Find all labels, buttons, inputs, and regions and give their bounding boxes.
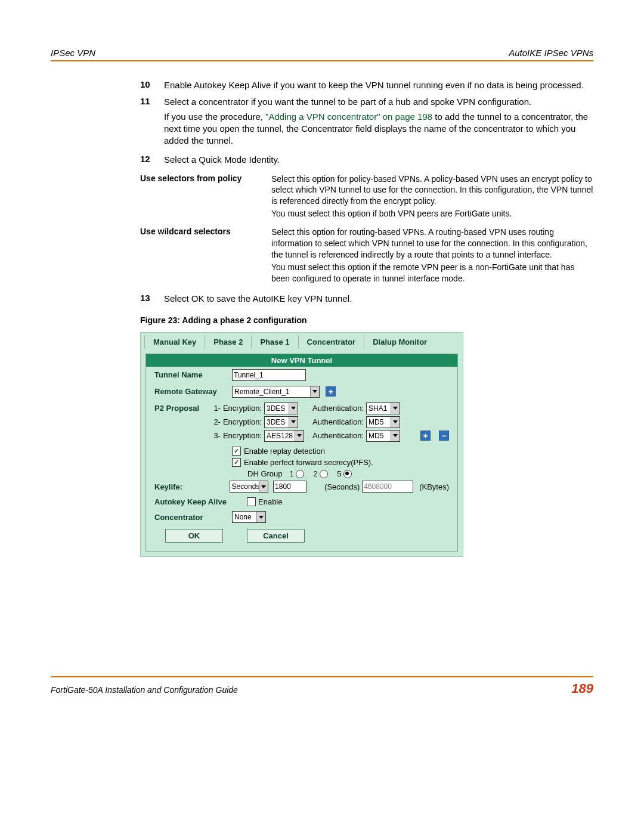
tab-dialup-monitor[interactable]: Dialup Monitor bbox=[364, 335, 435, 349]
chevron-down-icon bbox=[289, 417, 298, 428]
definition-desc: Select this option for routing-based VPN… bbox=[271, 227, 593, 261]
tab-manual-key[interactable]: Manual Key bbox=[144, 335, 205, 349]
step-number: 13 bbox=[140, 293, 164, 305]
auth-2-select[interactable]: MD5 bbox=[366, 416, 400, 428]
dh-5-radio[interactable] bbox=[343, 470, 352, 478]
definition-term: Use wildcard selectors bbox=[140, 227, 271, 236]
replay-detection-checkbox[interactable]: ✓ bbox=[232, 447, 241, 456]
step-number: 10 bbox=[140, 79, 164, 91]
definition-desc: Select this option for policy-based VPNs… bbox=[271, 174, 593, 208]
remove-icon[interactable]: − bbox=[439, 431, 449, 441]
label-remote-gateway: Remote Gateway bbox=[154, 387, 232, 396]
chevron-down-icon bbox=[289, 403, 298, 414]
ok-button[interactable]: OK bbox=[165, 529, 223, 543]
footer-guide-title: FortiGate-50A Installation and Configura… bbox=[51, 685, 238, 695]
label-autokey: Autokey Keep Alive bbox=[154, 497, 247, 506]
dh-2-radio[interactable] bbox=[320, 470, 328, 478]
keylife-seconds-input[interactable] bbox=[273, 481, 306, 493]
step-number: 11 bbox=[140, 96, 164, 149]
auth-1-select[interactable]: SHA1 bbox=[366, 402, 400, 414]
label-p2-proposal: P2 Proposal bbox=[154, 402, 213, 413]
autokey-enable-checkbox[interactable] bbox=[247, 497, 256, 506]
definition-desc: You must select this option if both VPN … bbox=[271, 208, 593, 219]
tunnel-name-input[interactable] bbox=[232, 369, 306, 381]
header-rule bbox=[51, 60, 593, 61]
encryption-3-select[interactable]: AES128 bbox=[264, 430, 304, 442]
encryption-2-select[interactable]: 3DES bbox=[264, 416, 298, 428]
dh-1-radio[interactable] bbox=[296, 470, 304, 478]
label-replay-detection: Enable replay detection bbox=[244, 447, 325, 456]
chevron-down-icon bbox=[259, 481, 268, 492]
footer-rule bbox=[51, 676, 593, 677]
chevron-down-icon bbox=[391, 403, 400, 414]
label-enable: Enable bbox=[258, 497, 282, 506]
remote-gateway-select[interactable]: Remote_Client_1 bbox=[232, 386, 320, 398]
add-icon[interactable]: + bbox=[420, 431, 431, 441]
auth-3-select[interactable]: MD5 bbox=[366, 430, 400, 442]
add-icon[interactable]: + bbox=[326, 386, 336, 397]
tab-phase-2[interactable]: Phase 2 bbox=[205, 335, 251, 349]
step-number: 12 bbox=[140, 154, 164, 166]
tab-concentrator[interactable]: Concentrator bbox=[298, 335, 364, 349]
chevron-down-icon bbox=[256, 512, 265, 522]
tab-phase-1[interactable]: Phase 1 bbox=[251, 335, 298, 349]
step-text: Enable Autokey Keep Alive if you want to… bbox=[164, 79, 593, 91]
definition-desc: You must select this option if the remot… bbox=[271, 262, 593, 284]
header-left: IPSec VPN bbox=[51, 48, 95, 58]
label-concentrator: Concentrator bbox=[154, 513, 232, 522]
cancel-button[interactable]: Cancel bbox=[247, 529, 305, 543]
cross-ref-link[interactable]: "Adding a VPN concentrator" on page 198 bbox=[265, 112, 432, 122]
label-pfs: Enable perfect forward secrecy(PFS). bbox=[244, 458, 373, 467]
concentrator-select[interactable]: None bbox=[232, 511, 266, 523]
figure-caption: Figure 23: Adding a phase 2 configuratio… bbox=[140, 315, 593, 325]
step-text: If you use the procedure, "Adding a VPN … bbox=[164, 111, 593, 147]
label-dh-group: DH Group bbox=[247, 469, 283, 478]
encryption-1-select[interactable]: 3DES bbox=[264, 402, 298, 414]
label-keylife: Keylife: bbox=[154, 482, 230, 491]
page-number: 189 bbox=[571, 681, 593, 696]
panel-title: New VPN Tunnel bbox=[146, 354, 457, 367]
step-text: Select OK to save the AutoIKE key VPN tu… bbox=[164, 293, 593, 305]
definition-term: Use selectors from policy bbox=[140, 174, 271, 183]
chevron-down-icon bbox=[310, 386, 319, 397]
step-text: Select a Quick Mode Identity. bbox=[164, 154, 593, 166]
label-seconds-unit: (Seconds) bbox=[324, 482, 360, 491]
step-text: Select a concentrator if you want the tu… bbox=[164, 96, 593, 108]
chevron-down-icon bbox=[391, 431, 400, 441]
keylife-unit-select[interactable]: Seconds bbox=[230, 481, 269, 493]
label-kbytes-unit: (KBytes) bbox=[419, 482, 449, 491]
chevron-down-icon bbox=[295, 431, 304, 441]
header-right: AutoIKE IPSec VPNs bbox=[509, 48, 593, 58]
keylife-kbytes-input bbox=[362, 481, 413, 493]
label-tunnel-name: Tunnel Name bbox=[154, 370, 232, 379]
chevron-down-icon bbox=[391, 417, 400, 428]
pfs-checkbox[interactable]: ✓ bbox=[232, 458, 241, 467]
vpn-config-panel: Manual Key Phase 2 Phase 1 Concentrator … bbox=[140, 332, 463, 558]
